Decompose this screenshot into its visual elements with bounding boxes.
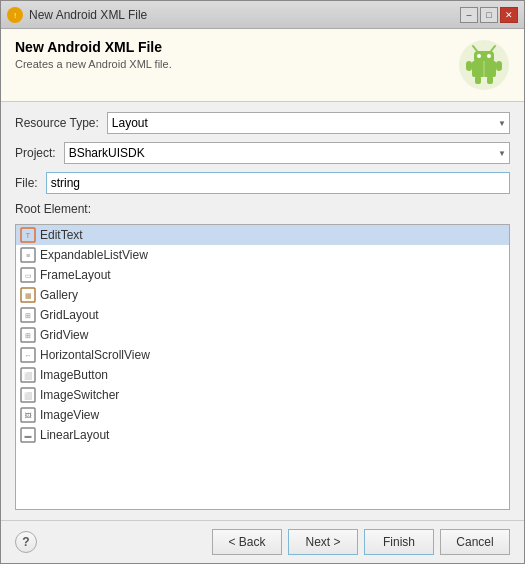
close-button[interactable]: ✕ [500,7,518,23]
list-item[interactable]: ▬ LinearLayout [16,425,509,445]
svg-text:🖼: 🖼 [25,412,32,419]
svg-point-5 [477,54,481,58]
framelayout-icon: ▭ [20,267,36,283]
footer-left: ? [15,531,37,553]
file-row: File: [15,172,510,194]
content-area: Resource Type: Layout Menu Values Drawab… [1,102,524,520]
android-robot-svg [458,39,510,91]
root-element-label: Root Element: [15,202,510,216]
project-select[interactable]: BSharkUISDK [64,142,510,164]
list-item[interactable]: ⬜ ImageSwitcher [16,385,509,405]
file-input[interactable] [46,172,510,194]
svg-text:▭: ▭ [25,272,32,279]
list-item[interactable]: 🖼 ImageView [16,405,509,425]
list-item-label: FrameLayout [40,268,111,282]
list-item[interactable]: ▭ FrameLayout [16,265,509,285]
resource-type-label: Resource Type: [15,116,99,130]
dialog-title: New Android XML File [15,39,172,55]
project-select-wrapper: BSharkUISDK ▼ [64,142,510,164]
dialog-subtitle: Creates a new Android XML file. [15,58,172,70]
edittext-icon: T [20,227,36,243]
list-item-label: ImageSwitcher [40,388,119,402]
help-button[interactable]: ? [15,531,37,553]
list-item-label: LinearLayout [40,428,109,442]
gridlayout-icon: ⊞ [20,307,36,323]
list-item-label: ExpandableListView [40,248,148,262]
svg-text:⬜: ⬜ [24,371,33,380]
list-item[interactable]: T EditText [16,225,509,245]
window-icon: ! [7,7,23,23]
imageview-icon: 🖼 [20,407,36,423]
list-item[interactable]: ⬜ ImageButton [16,365,509,385]
header-text: New Android XML File Creates a new Andro… [15,39,172,70]
svg-text:▬: ▬ [25,432,32,439]
window-title: New Android XML File [29,8,147,22]
resource-type-select-wrapper: Layout Menu Values Drawable Animation ▼ [107,112,510,134]
minimize-button[interactable]: – [460,7,478,23]
svg-text:!: ! [14,11,16,20]
list-item-label: ImageButton [40,368,108,382]
header-section: New Android XML File Creates a new Andro… [1,29,524,102]
linearlayout-icon: ▬ [20,427,36,443]
svg-rect-9 [466,61,472,71]
gallery-icon: ▦ [20,287,36,303]
gridview-icon: ⊞ [20,327,36,343]
svg-text:↔: ↔ [25,352,32,359]
title-bar-controls: – □ ✕ [460,7,518,23]
imagebutton-icon: ⬜ [20,367,36,383]
svg-text:⬜: ⬜ [24,391,33,400]
next-button[interactable]: Next > [288,529,358,555]
list-item[interactable]: ▦ Gallery [16,285,509,305]
android-logo [458,39,510,91]
resource-type-select[interactable]: Layout Menu Values Drawable Animation [107,112,510,134]
maximize-button[interactable]: □ [480,7,498,23]
svg-text:▦: ▦ [25,292,32,299]
svg-text:⊞: ⊞ [25,312,31,319]
footer: ? < Back Next > Finish Cancel [1,520,524,563]
root-element-list[interactable]: T EditText ≡ ExpandableListView ▭ FrameL… [15,224,510,510]
project-label: Project: [15,146,56,160]
svg-text:≡: ≡ [26,252,30,259]
list-item[interactable]: ⊞ GridLayout [16,305,509,325]
list-item-label: GridLayout [40,308,99,322]
finish-button[interactable]: Finish [364,529,434,555]
cancel-button[interactable]: Cancel [440,529,510,555]
file-label: File: [15,176,38,190]
svg-point-6 [487,54,491,58]
list-item-label: EditText [40,228,83,242]
title-bar: ! New Android XML File – □ ✕ [1,1,524,29]
list-item-label: ImageView [40,408,99,422]
svg-rect-11 [475,76,481,84]
svg-text:⊞: ⊞ [25,332,31,339]
dialog-window: ! New Android XML File – □ ✕ New Android… [0,0,525,564]
title-bar-left: ! New Android XML File [7,7,147,23]
list-item-label: HorizontalScrollView [40,348,150,362]
resource-type-row: Resource Type: Layout Menu Values Drawab… [15,112,510,134]
svg-text:T: T [26,232,31,239]
list-item[interactable]: ↔ HorizontalScrollView [16,345,509,365]
list-item[interactable]: ≡ ExpandableListView [16,245,509,265]
project-row: Project: BSharkUISDK ▼ [15,142,510,164]
svg-rect-10 [496,61,502,71]
imageswitcher-icon: ⬜ [20,387,36,403]
list-item[interactable]: ⊞ GridView [16,325,509,345]
svg-rect-12 [487,76,493,84]
listview-icon: ≡ [20,247,36,263]
back-button[interactable]: < Back [212,529,282,555]
list-item-label: GridView [40,328,88,342]
hscrollview-icon: ↔ [20,347,36,363]
list-item-label: Gallery [40,288,78,302]
footer-buttons: < Back Next > Finish Cancel [212,529,510,555]
